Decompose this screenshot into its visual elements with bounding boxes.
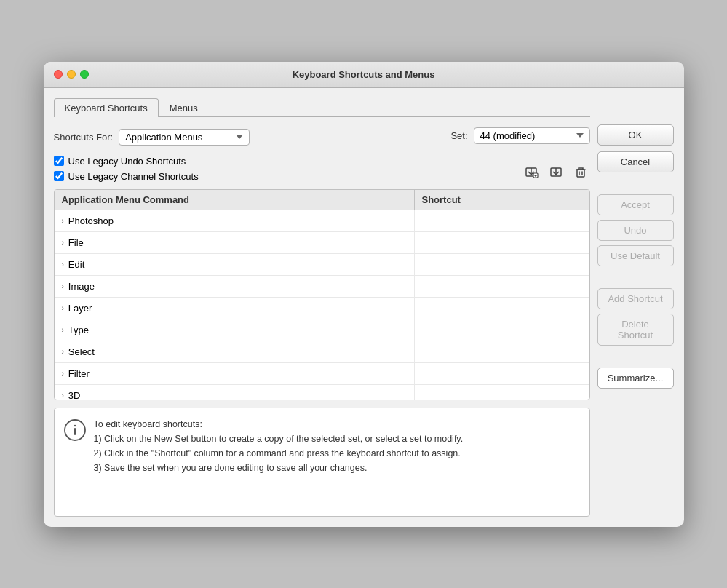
col-shortcut-header: Shortcut	[415, 190, 589, 210]
main-panel: Keyboard Shortcuts Menus Shortcuts For: …	[54, 98, 590, 517]
shortcuts-for-select[interactable]: Application Menus Panel Menus Tools	[119, 129, 250, 146]
td-command: › Photoshop	[55, 210, 415, 231]
delete-shortcut-button[interactable]: Delete Shortcut	[597, 314, 674, 346]
top-controls: Shortcuts For: Application Menus Panel M…	[54, 126, 590, 146]
ok-button[interactable]: OK	[597, 124, 674, 146]
set-row: Set: Photoshop Defaults 44 (modified)	[450, 127, 589, 144]
close-button[interactable]	[54, 70, 63, 79]
summarize-button[interactable]: Summarize...	[597, 368, 674, 389]
new-set-icon-button[interactable]	[522, 163, 542, 182]
table-row[interactable]: › Image	[55, 276, 589, 298]
accept-button[interactable]: Accept	[597, 194, 674, 215]
shortcuts-table: Application Menu Command Shortcut › Phot…	[54, 189, 590, 400]
row-chevron: ›	[62, 326, 64, 334]
maximize-button[interactable]	[80, 70, 89, 79]
legacy-undo-checkbox[interactable]	[54, 156, 64, 166]
tab-keyboard-shortcuts[interactable]: Keyboard Shortcuts	[54, 98, 159, 117]
legacy-channel-checkbox-row[interactable]: Use Legacy Channel Shortcuts	[54, 171, 199, 182]
info-line4: 3) Save the set when you are done editin…	[94, 461, 464, 475]
side-panel: OK Cancel Accept Undo Use Default Add Sh…	[597, 98, 674, 517]
window-title: Keyboard Shortcuts and Menus	[293, 69, 435, 80]
table-row[interactable]: › Filter	[55, 363, 589, 385]
row-command-label: Image	[68, 281, 95, 292]
row-command-label: Filter	[68, 368, 90, 379]
row-command-label: Photoshop	[68, 215, 114, 226]
table-row[interactable]: › Photoshop	[55, 210, 589, 232]
td-shortcut	[415, 259, 589, 269]
row-command-label: 3D	[68, 390, 81, 400]
row-chevron: ›	[62, 261, 64, 269]
td-command: › Image	[55, 276, 415, 297]
info-line3: 2) Click in the "Shortcut" column for a …	[94, 446, 464, 461]
add-shortcut-button[interactable]: Add Shortcut	[597, 288, 674, 309]
row-chevron: ›	[62, 282, 64, 290]
row-command-label: Type	[68, 325, 89, 335]
legacy-channel-label: Use Legacy Channel Shortcuts	[68, 171, 199, 182]
table-row[interactable]: › 3D	[55, 385, 589, 400]
row-chevron: ›	[62, 304, 64, 312]
row-chevron: ›	[62, 392, 64, 400]
info-line2: 1) Click on the New Set button to create…	[94, 432, 464, 446]
row-chevron: ›	[62, 348, 64, 356]
legacy-channel-checkbox[interactable]	[54, 171, 64, 181]
shortcuts-for-row: Shortcuts For: Application Menus Panel M…	[54, 129, 250, 146]
row-command-label: File	[68, 237, 84, 248]
td-shortcut	[415, 368, 589, 378]
toolbar-icons	[522, 163, 590, 182]
td-shortcut	[415, 325, 589, 335]
shortcuts-for-label: Shortcuts For:	[54, 132, 114, 143]
td-command: › Select	[55, 341, 415, 362]
table-row[interactable]: › Type	[55, 319, 589, 341]
td-shortcut	[415, 303, 589, 313]
legacy-undo-label: Use Legacy Undo Shortcuts	[68, 156, 186, 167]
info-icon	[63, 418, 87, 507]
title-bar: Keyboard Shortcuts and Menus	[44, 62, 684, 88]
delete-set-icon-button[interactable]	[571, 163, 590, 182]
td-shortcut	[415, 346, 589, 357]
tab-menus[interactable]: Menus	[159, 98, 209, 117]
row-command-label: Edit	[68, 259, 84, 270]
use-default-button[interactable]: Use Default	[597, 245, 674, 266]
td-shortcut	[415, 215, 589, 226]
undo-button[interactable]: Undo	[597, 220, 674, 241]
row-chevron: ›	[62, 217, 64, 225]
tab-bar: Keyboard Shortcuts Menus	[54, 98, 590, 117]
info-text: To edit keyboard shortcuts: 1) Click on …	[94, 417, 464, 507]
svg-rect-3	[577, 170, 584, 177]
set-select[interactable]: Photoshop Defaults 44 (modified)	[474, 127, 590, 144]
td-shortcut	[415, 237, 589, 247]
row-command-label: Select	[68, 346, 95, 357]
row-chevron: ›	[62, 370, 64, 378]
table-row[interactable]: › Select	[55, 341, 589, 363]
td-shortcut	[415, 390, 589, 400]
td-shortcut	[415, 281, 589, 291]
set-label: Set:	[450, 130, 467, 141]
traffic-lights	[54, 70, 89, 79]
table-header: Application Menu Command Shortcut	[55, 190, 589, 210]
table-row[interactable]: › Layer	[55, 298, 589, 319]
td-command: › File	[55, 232, 415, 253]
checkboxes: Use Legacy Undo Shortcuts Use Legacy Cha…	[54, 156, 199, 182]
row-chevron: ›	[62, 239, 64, 247]
td-command: › 3D	[55, 385, 415, 400]
minimize-button[interactable]	[67, 70, 76, 79]
td-command: › Filter	[55, 363, 415, 384]
td-command: › Type	[55, 319, 415, 341]
col-command-header: Application Menu Command	[55, 190, 415, 210]
td-command: › Layer	[55, 298, 415, 319]
svg-point-5	[74, 424, 75, 426]
main-window: Keyboard Shortcuts and Menus Keyboard Sh…	[44, 62, 684, 527]
info-line1: To edit keyboard shortcuts:	[94, 417, 464, 432]
row-command-label: Layer	[68, 303, 92, 314]
legacy-undo-checkbox-row[interactable]: Use Legacy Undo Shortcuts	[54, 156, 199, 167]
table-row[interactable]: › Edit	[55, 254, 589, 276]
table-row[interactable]: › File	[55, 232, 589, 254]
td-command: › Edit	[55, 254, 415, 275]
cancel-button[interactable]: Cancel	[597, 151, 674, 172]
save-set-icon-button[interactable]	[547, 163, 567, 182]
info-area: To edit keyboard shortcuts: 1) Click on …	[54, 408, 590, 517]
table-body[interactable]: › Photoshop › File › Edit › Image	[55, 210, 589, 400]
